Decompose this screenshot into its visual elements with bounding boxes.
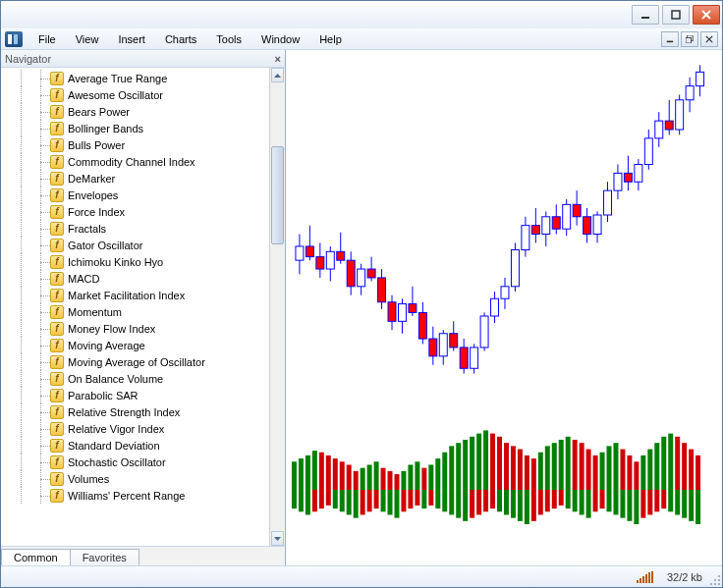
- indicator-label: Commodity Channel Index: [68, 156, 195, 168]
- svg-rect-145: [661, 437, 666, 490]
- svg-rect-209: [689, 490, 694, 521]
- indicator-icon: f: [50, 472, 64, 486]
- body-area: Navigator × fAverage True RangefAwesome …: [1, 50, 722, 565]
- indicator-item[interactable]: fEnvelopes: [1, 187, 269, 203]
- mdi-minimize-button[interactable]: [661, 31, 679, 47]
- svg-rect-179: [483, 490, 488, 511]
- indicator-label: Parabolic SAR: [68, 390, 139, 401]
- svg-rect-64: [563, 204, 571, 229]
- indicator-icon: f: [50, 88, 64, 102]
- navigator-scrollbar[interactable]: [269, 68, 285, 546]
- svg-rect-20: [337, 251, 345, 260]
- svg-rect-96: [326, 455, 331, 490]
- indicator-item[interactable]: fMarket Facilitation Index: [1, 287, 269, 303]
- indicator-item[interactable]: fAverage True Range: [1, 70, 269, 86]
- svg-rect-107: [401, 471, 406, 490]
- svg-rect-130: [559, 440, 564, 490]
- indicator-icon: f: [50, 222, 64, 236]
- svg-rect-195: [593, 490, 598, 511]
- menu-view[interactable]: View: [66, 30, 109, 48]
- svg-rect-147: [675, 437, 680, 490]
- indicator-item[interactable]: fMoving Average: [1, 337, 269, 353]
- indicator-item[interactable]: fRelative Vigor Index: [1, 420, 269, 437]
- mdi-close-button[interactable]: [700, 31, 718, 47]
- svg-rect-93: [306, 455, 310, 490]
- close-button[interactable]: [693, 5, 720, 25]
- indicator-item[interactable]: fDeMarker: [1, 170, 269, 187]
- svg-rect-187: [538, 490, 543, 514]
- svg-rect-100: [354, 471, 359, 490]
- svg-rect-105: [388, 471, 393, 490]
- indicator-item[interactable]: fIchimoku Kinko Hyo: [1, 253, 269, 270]
- indicator-item[interactable]: fMomentum: [1, 303, 269, 320]
- indicator-item[interactable]: fCommodity Channel Index: [1, 153, 269, 170]
- status-traffic: 32/2 kb: [667, 571, 702, 583]
- tab-common[interactable]: Common: [1, 549, 71, 565]
- svg-rect-178: [476, 490, 481, 514]
- indicator-item[interactable]: fForce Index: [1, 203, 269, 220]
- svg-rect-184: [518, 490, 523, 521]
- indicator-item[interactable]: fRelative Strength Index: [1, 403, 269, 420]
- indicator-item[interactable]: fMACD: [1, 270, 269, 287]
- tab-favorites[interactable]: Favorites: [70, 549, 139, 565]
- svg-rect-136: [600, 453, 605, 490]
- indicator-item[interactable]: fFractals: [1, 220, 269, 237]
- indicator-item[interactable]: fVolumes: [1, 470, 269, 487]
- indicator-label: Bulls Power: [68, 139, 125, 151]
- menu-file[interactable]: File: [28, 30, 66, 48]
- minimize-button[interactable]: [632, 5, 659, 25]
- indicator-item[interactable]: fMoney Flow Index: [1, 320, 269, 337]
- svg-rect-148: [682, 443, 687, 490]
- svg-rect-192: [573, 490, 578, 511]
- menu-help[interactable]: Help: [309, 30, 352, 48]
- indicator-item[interactable]: fGator Oscillator: [1, 237, 269, 253]
- menu-insert[interactable]: Insert: [108, 30, 155, 48]
- chart-area[interactable]: Gator Oscillator Indicator: [286, 50, 722, 565]
- indicator-item[interactable]: fParabolic SAR: [1, 387, 269, 403]
- svg-rect-173: [442, 490, 447, 511]
- svg-rect-151: [292, 490, 297, 508]
- navigator-tabs: Common Favorites: [1, 546, 285, 565]
- indicator-item[interactable]: fMoving Average of Oscillator: [1, 353, 269, 370]
- svg-rect-110: [421, 468, 426, 490]
- svg-rect-168: [408, 490, 413, 508]
- menu-tools[interactable]: Tools: [206, 30, 251, 48]
- svg-rect-116: [463, 440, 468, 490]
- indicator-item[interactable]: fStochastic Oscillator: [1, 454, 269, 470]
- mdi-restore-button[interactable]: [681, 31, 698, 47]
- resize-grip-icon[interactable]: [708, 573, 720, 585]
- svg-rect-28: [378, 278, 386, 302]
- indicator-item[interactable]: fBulls Power: [1, 136, 269, 153]
- navigator-close-icon[interactable]: ×: [275, 53, 281, 65]
- svg-rect-60: [542, 217, 550, 235]
- maximize-button[interactable]: [662, 5, 690, 25]
- navigator-list[interactable]: fAverage True RangefAwesome OscillatorfB…: [1, 68, 269, 546]
- indicator-item[interactable]: fOn Balance Volume: [1, 370, 269, 387]
- svg-rect-95: [319, 453, 324, 490]
- svg-rect-190: [559, 490, 564, 506]
- menu-charts[interactable]: Charts: [155, 30, 206, 48]
- indicator-item[interactable]: fBollinger Bands: [1, 120, 269, 136]
- svg-rect-142: [640, 455, 645, 490]
- indicator-item[interactable]: fBears Power: [1, 103, 269, 120]
- indicator-item[interactable]: fWilliams' Percent Range: [1, 487, 269, 504]
- svg-rect-86: [676, 100, 684, 130]
- scroll-up-button[interactable]: [271, 68, 284, 82]
- svg-rect-201: [634, 490, 639, 524]
- indicator-item[interactable]: fStandard Deviation: [1, 437, 269, 454]
- svg-rect-84: [665, 121, 673, 130]
- indicator-icon: f: [50, 239, 64, 252]
- indicator-icon: f: [50, 372, 64, 386]
- svg-rect-34: [409, 304, 417, 313]
- scroll-down-button[interactable]: [271, 531, 284, 546]
- svg-rect-38: [429, 339, 437, 356]
- svg-rect-150: [695, 455, 700, 490]
- svg-rect-129: [552, 443, 557, 490]
- svg-rect-169: [415, 490, 419, 506]
- menu-window[interactable]: Window: [251, 30, 309, 48]
- statusbar: 32/2 kb: [1, 565, 722, 587]
- svg-rect-120: [490, 434, 495, 490]
- scroll-thumb[interactable]: [271, 146, 284, 244]
- svg-rect-78: [635, 165, 642, 183]
- indicator-item[interactable]: fAwesome Oscillator: [1, 86, 269, 103]
